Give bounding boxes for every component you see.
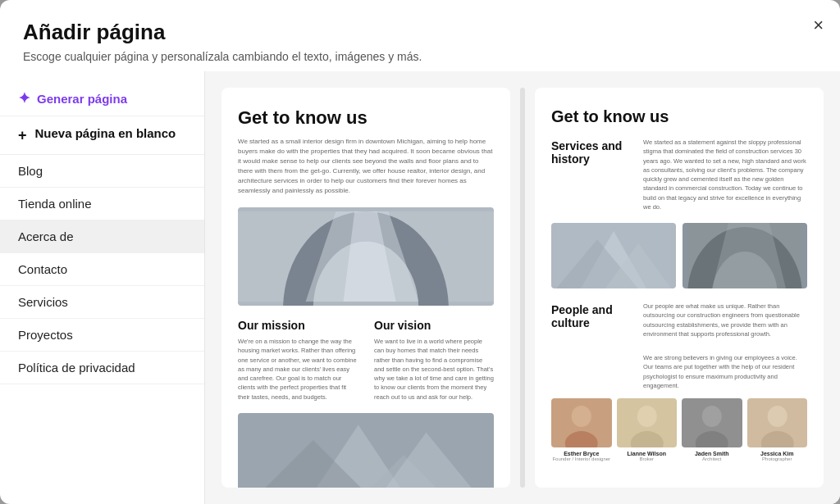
left-preview-image-2 [238, 413, 494, 488]
right-preview-image-2 [682, 223, 807, 288]
svg-point-27 [767, 406, 787, 427]
right-preview-card[interactable]: Get to know us Services and history We s… [535, 88, 824, 488]
person-avatar-3 [682, 398, 742, 447]
left-preview-heading: Get to know us [238, 107, 494, 129]
vision-text: We want to live in a world where people … [374, 337, 494, 402]
services-text: We started as a statement against the sl… [643, 138, 807, 211]
person-card-3: Jaden Smith Architect [682, 398, 742, 461]
sidebar-item-blog[interactable]: Blog [0, 155, 204, 188]
person-card-2: Lianne Wilson Broker [617, 398, 678, 461]
new-blank-page-button[interactable]: + Nueva página en blanco [0, 116, 204, 155]
mission-text: We're on a mission to change the way the… [238, 337, 358, 402]
vision-heading: Our vision [374, 319, 494, 332]
plus-icon: + [18, 127, 27, 144]
sidebar-item-contacto[interactable]: Contacto [0, 253, 204, 286]
services-row: Services and history We started as a sta… [551, 138, 807, 211]
person-name-2: Lianne Wilson [628, 451, 666, 456]
people-text-1: Our people are what make us unique. Rath… [643, 302, 807, 338]
sidebar-item-label: Blog [18, 164, 43, 178]
content-area: Get to know us We started as a small int… [205, 71, 840, 504]
mission-col: Our mission We're on a mission to change… [238, 319, 358, 402]
modal-body: ✦ Generar página + Nueva página en blanc… [0, 71, 840, 504]
sidebar-item-label: Proyectos [18, 328, 73, 342]
people-row: People and culture Our people are what m… [551, 302, 807, 390]
person-card-1: Esther Bryce Founder / Interior designer [551, 398, 612, 461]
svg-point-24 [702, 406, 722, 427]
close-button[interactable]: × [813, 16, 824, 34]
sidebar-item-label: Servicios [18, 295, 68, 309]
left-preview-body: We started as a small interior design fi… [238, 137, 494, 196]
people-texts: Our people are what make us unique. Rath… [643, 302, 807, 390]
person-role-4: Photographer [762, 456, 792, 461]
modal-subtitle: Escoge cualquier página y personalízala … [23, 50, 817, 63]
person-role-1: Founder / Interior designer [552, 456, 610, 461]
vertical-divider [520, 88, 525, 488]
modal-title: Añadir página [23, 20, 817, 45]
modal-header: Añadir página Escoge cualquier página y … [0, 0, 840, 71]
person-name-4: Jessica Kim [760, 451, 793, 456]
sidebar: ✦ Generar página + Nueva página en blanc… [0, 71, 205, 504]
person-card-4: Jessica Kim Photographer [747, 398, 808, 461]
person-role-3: Architect [702, 456, 721, 461]
sidebar-item-label: Tienda online [18, 197, 92, 211]
sidebar-item-label: Contacto [18, 262, 67, 276]
svg-point-18 [572, 406, 591, 427]
add-page-modal: Añadir página Escoge cualquier página y … [0, 0, 840, 504]
generate-page-label: Generar página [37, 92, 127, 106]
left-preview-card[interactable]: Get to know us We started as a small int… [221, 88, 510, 488]
spark-icon: ✦ [18, 89, 30, 107]
person-avatar-4 [747, 398, 808, 447]
sidebar-item-label: Acerca de [18, 229, 74, 243]
svg-point-21 [637, 406, 656, 427]
vision-col: Our vision We want to live in a world wh… [374, 319, 494, 402]
right-preview-heading: Get to know us [551, 107, 807, 126]
left-preview-image-1 [238, 207, 494, 306]
new-page-label: Nueva página en blanco [35, 126, 176, 140]
people-photos-row: Esther Bryce Founder / Interior designer… [551, 398, 807, 461]
generate-page-button[interactable]: ✦ Generar página [0, 81, 204, 116]
person-avatar-2 [617, 398, 678, 447]
person-avatar-1 [551, 398, 612, 447]
sidebar-item-proyectos[interactable]: Proyectos [0, 319, 204, 352]
left-preview-two-col: Our mission We're on a mission to change… [238, 319, 494, 402]
right-preview-image-1 [551, 223, 676, 288]
sidebar-item-label: Política de privacidad [18, 361, 135, 375]
people-label: People and culture [551, 302, 633, 329]
person-name-1: Esther Bryce [564, 451, 599, 456]
services-label: Services and history [551, 138, 633, 166]
person-role-2: Broker [639, 456, 654, 461]
sidebar-item-acerca[interactable]: Acerca de [0, 220, 204, 253]
sidebar-item-servicios[interactable]: Servicios [0, 286, 204, 319]
sidebar-item-tienda[interactable]: Tienda online [0, 188, 204, 220]
people-text-2: We are strong believers in giving our em… [643, 353, 807, 390]
mission-heading: Our mission [238, 319, 358, 332]
person-name-3: Jaden Smith [695, 451, 729, 456]
two-images-row [551, 223, 807, 288]
sidebar-item-privacidad[interactable]: Política de privacidad [0, 352, 204, 384]
